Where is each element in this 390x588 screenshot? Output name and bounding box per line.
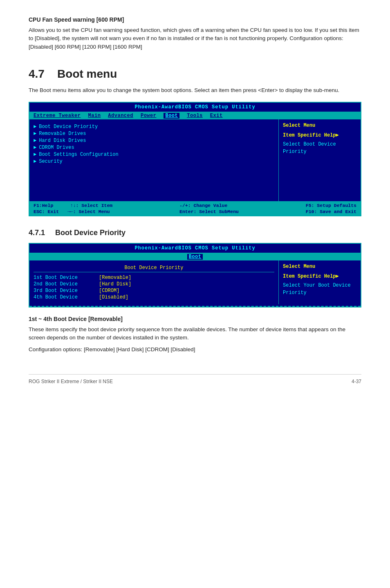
bios-body: ► Boot Device Priority ► Removable Drive… (29, 119, 361, 201)
cpu-fan-section: CPU Fan Speed warning [600 RPM] Allows y… (29, 16, 361, 51)
bios-boot-row-1: 1st Boot Device [Removable] (34, 275, 274, 281)
bios-boot-value-1: [Removable] (99, 275, 131, 281)
bios-footer-col-2: -/+: Change Value Enter: Select SubMenu (179, 203, 239, 214)
bios-item-removable-drives[interactable]: ► Removable Drives (34, 131, 274, 137)
bios-boot-label-2: 2nd Boot Device (34, 281, 99, 287)
bios-item-boot-device-priority[interactable]: ► Boot Device Priority (34, 124, 274, 130)
footer-right: 4-37 (352, 379, 361, 384)
arrow-icon-5: ► (34, 152, 36, 157)
bios-footer: F1:Help ↑↓: Select Item ESC: Exit →←: Se… (29, 201, 361, 215)
bios-boot-row-2: 2nd Boot Device [Hard Disk] (34, 281, 274, 287)
bios-footer-enter: Enter: Select SubMenu (179, 209, 239, 214)
bios-footer-esc: ESC: Exit →←: Select Menu (34, 209, 112, 214)
chapter-title: Boot menu (57, 67, 117, 80)
bios-item-specific-help: Item Specific Help► (283, 132, 356, 138)
bios-item-security[interactable]: ► Security (34, 159, 274, 164)
bios-boot-table: 1st Boot Device [Removable] 2nd Boot Dev… (34, 275, 274, 300)
footer-left: ROG Striker II Extreme / Striker II NSE (29, 379, 113, 384)
bios-item-boot-settings[interactable]: ► Boot Settings Configuration (34, 152, 274, 157)
bios-menu-power[interactable]: Power (141, 113, 157, 119)
bios-boot-value-2: [Hard Disk] (99, 281, 131, 287)
bios-item-hard-disk-drives[interactable]: ► Hard Disk Drives (34, 138, 274, 144)
bios-footer-f10: F10: Save and Exit (306, 209, 356, 214)
bios-footer-change: -/+: Change Value (179, 203, 239, 208)
arrow-icon-6: ► (34, 159, 36, 164)
boot-menu-section: 4.7 Boot menu The Boot menu items allow … (29, 67, 361, 216)
boot-device-priority-section: 4.7.1 Boot Device Priority Phoenix-Award… (29, 229, 361, 354)
bios-title: Phoenix-AwardBIOS CMOS Setup Utility (29, 103, 361, 112)
bios-footer-f1: F1:Help ↑↓: Select Item (34, 203, 112, 208)
bios-menu-advanced[interactable]: Advanced (108, 113, 133, 119)
bios-footer-col-3: F5: Setup Defaults F10: Save and Exit (306, 203, 356, 214)
chapter-heading: 4.7 Boot menu (29, 67, 361, 81)
cpu-fan-heading: CPU Fan Speed warning [600 RPM] (29, 16, 361, 23)
bios-dashed-border (29, 306, 361, 307)
bios-left2-panel: Boot Device Priority 1st Boot Device [Re… (29, 260, 279, 304)
sub-chapter-number: 4.7.1 (29, 229, 45, 237)
bios-left-panel: ► Boot Device Priority ► Removable Drive… (29, 119, 279, 201)
boot-device-subsection-body2: Configuration options: [Removable] [Hard… (29, 346, 361, 354)
bios-help-text-2: Select Your Boot Device Priority (283, 282, 356, 296)
boot-device-subsection-body1: These items specify the boot device prio… (29, 325, 361, 342)
sub-heading-471: 4.7.1 Boot Device Priority (29, 229, 361, 237)
bios-menu-bar: Extreme Tweaker Main Advanced Power Boot… (29, 112, 361, 119)
page-footer: ROG Striker II Extreme / Striker II NSE … (29, 374, 361, 384)
arrow-icon-3: ► (34, 138, 36, 144)
arrow-icon-1: ► (34, 124, 36, 130)
bios-item-cdrom-drives[interactable]: ► CDROM Drives (34, 145, 274, 150)
bios-menu-tools[interactable]: Tools (187, 113, 203, 119)
bios-screen-1: Phoenix-AwardBIOS CMOS Setup Utility Ext… (29, 102, 361, 216)
sub-chapter-title: Boot Device Priority (55, 229, 126, 237)
bios-footer-f5: F5: Setup Defaults (306, 203, 356, 208)
chapter-number: 4.7 (29, 67, 45, 80)
bios-inner-title: Boot Device Priority (34, 264, 274, 272)
bios-footer-col-1: F1:Help ↑↓: Select Item ESC: Exit →←: Se… (34, 203, 112, 214)
bios-section-row: Boot Device Priority 1st Boot Device [Re… (29, 260, 361, 304)
bios-right-panel: Select Menu Item Specific Help► Select B… (279, 119, 361, 201)
bios-item-specific-help-2: Item Specific Help► (283, 274, 356, 279)
bios-title-2: Phoenix-AwardBIOS CMOS Setup Utility (29, 244, 361, 253)
bios-help-text: Select Boot Device Priority (283, 141, 356, 155)
bios-menu-bar-2: Boot (29, 253, 361, 260)
arrow-icon-2: ► (34, 131, 36, 137)
bios-boot-value-4: [Disabled] (99, 294, 128, 300)
bios-boot-label-1: 1st Boot Device (34, 275, 99, 281)
bios-boot-value-3: [CDROM] (99, 288, 119, 294)
boot-menu-intro: The Boot menu items allow you to change … (29, 86, 361, 94)
bios-select-menu-label: Select Menu (283, 123, 356, 128)
bios-menu-exit[interactable]: Exit (210, 113, 223, 119)
bios-boot-row-4: 4th Boot Device [Disabled] (34, 294, 274, 300)
boot-device-subsection-heading: 1st ~ 4th Boot Device [Removable] (29, 316, 361, 322)
bios-menu-main[interactable]: Main (88, 113, 101, 119)
arrow-icon-4: ► (34, 145, 36, 150)
bios-menu-boot[interactable]: Boot (164, 113, 179, 119)
bios-select-menu-label-2: Select Menu (283, 264, 356, 269)
bios-boot-label-4: 4th Boot Device (34, 294, 99, 300)
bios-boot-label-3: 3rd Boot Device (34, 288, 99, 294)
bios-boot-row-3: 3rd Boot Device [CDROM] (34, 288, 274, 294)
bios-screen-2: Phoenix-AwardBIOS CMOS Setup Utility Boo… (29, 243, 361, 307)
bios-right-panel-2: Select Menu Item Specific Help► Select Y… (279, 260, 361, 304)
bios-menu-boot-2[interactable]: Boot (187, 254, 203, 260)
cpu-fan-body: Allows you to set the CPU fan warning sp… (29, 26, 361, 51)
bios-menu-extreme-tweaker[interactable]: Extreme Tweaker (34, 113, 81, 119)
